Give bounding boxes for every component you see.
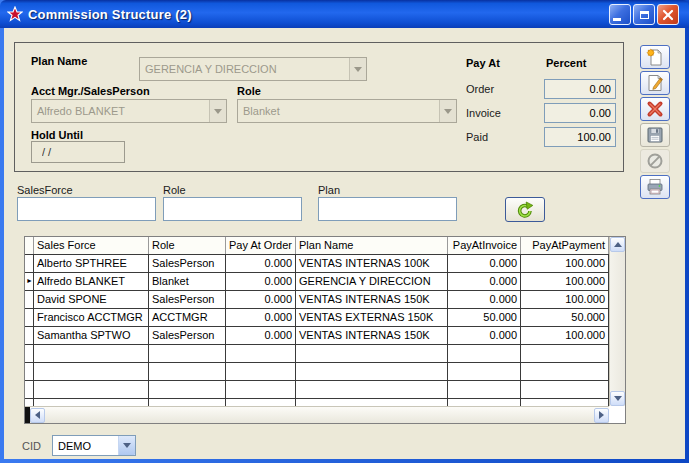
grid-cell[interactable] [521, 363, 609, 380]
save-record-button[interactable] [640, 123, 670, 147]
refresh-button[interactable] [505, 197, 545, 222]
grid-cell[interactable] [448, 363, 521, 380]
scroll-up-button[interactable] [610, 237, 625, 252]
grid-cell[interactable]: David SPONE [34, 291, 149, 308]
row-indicator-cell[interactable] [25, 327, 34, 344]
grid-cell[interactable]: 0.000 [226, 291, 296, 308]
pay-at-paid-field[interactable] [544, 127, 616, 147]
grid-cell[interactable]: ACCTMGR [149, 309, 226, 326]
grid-cell[interactable] [149, 399, 226, 406]
grid-cell[interactable] [296, 399, 448, 406]
row-indicator-cell[interactable] [25, 381, 34, 398]
grid-column-header[interactable]: Role [149, 237, 226, 254]
titlebar[interactable]: Commission Structure (2) [0, 0, 689, 28]
grid-column-header[interactable]: Plan Name [296, 237, 448, 254]
row-indicator-cell[interactable] [25, 291, 34, 308]
grid-cell[interactable]: 0.000 [226, 273, 296, 290]
grid-cell[interactable] [149, 345, 226, 362]
grid-cell[interactable]: 0.000 [226, 309, 296, 326]
grid-cell[interactable]: SalesPerson [149, 327, 226, 344]
grid-cell[interactable]: VENTAS INTERNAS 100K [296, 255, 448, 272]
grid-cell[interactable]: Samantha SPTWO [34, 327, 149, 344]
grid-cell[interactable] [34, 363, 149, 380]
salesforce-filter-input[interactable] [17, 197, 156, 221]
grid-cell[interactable] [34, 381, 149, 398]
grid-cell[interactable] [448, 381, 521, 398]
row-indicator-cell[interactable] [25, 363, 34, 380]
grid-cell[interactable] [521, 399, 609, 406]
grid-cell[interactable]: Alberto SPTHREE [34, 255, 149, 272]
grid-cell[interactable] [226, 363, 296, 380]
grid-cell[interactable]: SalesPerson [149, 255, 226, 272]
edit-record-button[interactable] [640, 71, 670, 95]
grid-column-header[interactable]: Sales Force [34, 237, 149, 254]
grid-cell[interactable]: Blanket [149, 273, 226, 290]
grid-cell[interactable]: VENTAS EXTERNAS 150K [296, 309, 448, 326]
grid-cell[interactable]: 100.000 [521, 291, 609, 308]
acct-mgr-dropdown[interactable]: Alfredo BLANKET [31, 99, 227, 123]
row-indicator-cell[interactable] [25, 399, 34, 406]
grid-cell[interactable] [521, 345, 609, 362]
print-button[interactable] [640, 175, 670, 199]
chevron-down-icon[interactable] [209, 100, 226, 122]
grid-cell[interactable]: 100.000 [521, 255, 609, 272]
grid-cell[interactable]: 100.000 [521, 273, 609, 290]
grid-cell[interactable]: 50.000 [448, 309, 521, 326]
row-indicator-cell[interactable] [25, 255, 34, 272]
scroll-left-button[interactable] [30, 408, 45, 423]
close-button[interactable] [657, 4, 679, 25]
grid-cell[interactable]: 100.000 [521, 327, 609, 344]
new-record-button[interactable] [640, 45, 670, 69]
grid-cell[interactable]: Francisco ACCTMGR [34, 309, 149, 326]
void-record-button[interactable] [640, 149, 670, 173]
grid-column-header[interactable]: PayAtPayment [521, 237, 609, 254]
grid-cell[interactable] [226, 381, 296, 398]
grid-cell[interactable] [34, 345, 149, 362]
hold-until-field[interactable] [31, 141, 125, 163]
role-filter-input[interactable] [163, 197, 302, 221]
grid-cell[interactable]: 0.000 [448, 291, 521, 308]
grid-cell[interactable]: VENTAS INTERNAS 150K [296, 327, 448, 344]
grid-cell[interactable]: 0.000 [448, 327, 521, 344]
grid-cell[interactable] [149, 381, 226, 398]
delete-record-button[interactable] [640, 97, 670, 121]
grid-cell[interactable]: 0.000 [226, 327, 296, 344]
grid-cell[interactable] [149, 363, 226, 380]
grid-corner-cell[interactable] [25, 237, 34, 254]
chevron-down-icon[interactable] [118, 436, 135, 455]
grid-cell[interactable] [34, 399, 149, 406]
grid-cell[interactable]: 0.000 [226, 255, 296, 272]
grid-cell[interactable]: GERENCIA Y DIRECCION [296, 273, 448, 290]
grid-cell[interactable]: SalesPerson [149, 291, 226, 308]
pay-at-invoice-field[interactable] [544, 103, 616, 123]
grid-cell[interactable]: 0.000 [448, 273, 521, 290]
plan-name-dropdown[interactable]: GERENCIA Y DIRECCION [139, 57, 367, 81]
grid-column-header[interactable]: PayAtInvoice [448, 237, 521, 254]
horizontal-scrollbar[interactable] [25, 406, 609, 423]
grid-cell[interactable] [521, 381, 609, 398]
grid-cell[interactable]: 0.000 [448, 255, 521, 272]
grid-cell[interactable] [448, 399, 521, 406]
grid-cell[interactable]: Alfredo BLANKET [34, 273, 149, 290]
cid-dropdown[interactable]: DEMO [52, 435, 136, 456]
grid-cell[interactable] [226, 399, 296, 406]
grid-cell[interactable] [296, 345, 448, 362]
row-indicator-cell[interactable] [25, 345, 34, 362]
scroll-right-button[interactable] [594, 408, 609, 423]
grid-cell[interactable]: 50.000 [521, 309, 609, 326]
row-indicator-cell[interactable] [25, 309, 34, 326]
vertical-scrollbar[interactable] [609, 237, 625, 406]
grid-cell[interactable] [226, 345, 296, 362]
row-indicator-cell[interactable]: ► [25, 273, 34, 290]
plan-filter-input[interactable] [318, 197, 457, 221]
scroll-down-button[interactable] [610, 391, 625, 406]
grid-cell[interactable] [296, 363, 448, 380]
grid-cell[interactable]: VENTAS INTERNAS 150K [296, 291, 448, 308]
minimize-button[interactable] [609, 4, 631, 25]
grid-cell[interactable] [448, 345, 521, 362]
maximize-button[interactable] [633, 4, 655, 25]
chevron-down-icon[interactable] [349, 58, 366, 80]
grid-cell[interactable] [296, 381, 448, 398]
chevron-down-icon[interactable] [439, 100, 456, 122]
role-dropdown[interactable]: Blanket [237, 99, 457, 123]
